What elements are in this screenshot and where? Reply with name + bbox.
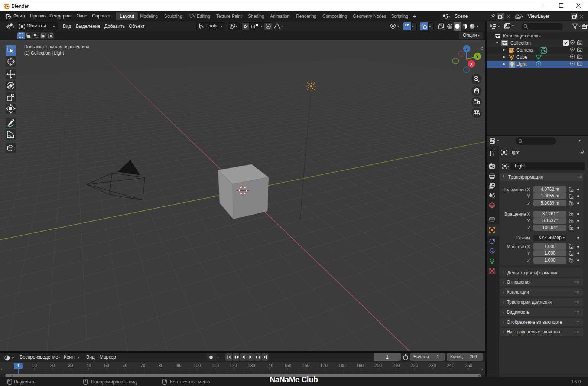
svg-text:90: 90 — [176, 363, 182, 368]
svg-text:230: 230 — [429, 363, 436, 368]
svg-text:70: 70 — [140, 363, 146, 368]
svg-text:Z: Z — [465, 47, 468, 51]
svg-text:190: 190 — [356, 363, 364, 368]
svg-text:110: 110 — [212, 363, 219, 368]
svg-text:80: 80 — [159, 363, 164, 368]
svg-text:180: 180 — [338, 363, 345, 368]
svg-text:50: 50 — [104, 363, 110, 368]
svg-text:250: 250 — [465, 363, 472, 368]
svg-text:100: 100 — [194, 363, 201, 368]
svg-text:40: 40 — [86, 363, 91, 368]
svg-text:160: 160 — [302, 363, 309, 368]
svg-text:60: 60 — [122, 363, 127, 368]
svg-text:20: 20 — [50, 363, 55, 368]
svg-text:Y: Y — [476, 54, 479, 59]
svg-text:170: 170 — [320, 363, 328, 368]
svg-text:30: 30 — [68, 363, 73, 368]
svg-text:X: X — [470, 62, 473, 66]
svg-text:150: 150 — [284, 363, 291, 368]
svg-text:210: 210 — [393, 363, 400, 368]
svg-text:10: 10 — [32, 363, 37, 368]
svg-text:120: 120 — [230, 363, 237, 368]
svg-text:140: 140 — [266, 363, 273, 368]
svg-text:130: 130 — [248, 363, 255, 368]
svg-text:220: 220 — [410, 363, 418, 368]
svg-text:200: 200 — [374, 363, 382, 368]
svg-text:240: 240 — [447, 363, 454, 368]
